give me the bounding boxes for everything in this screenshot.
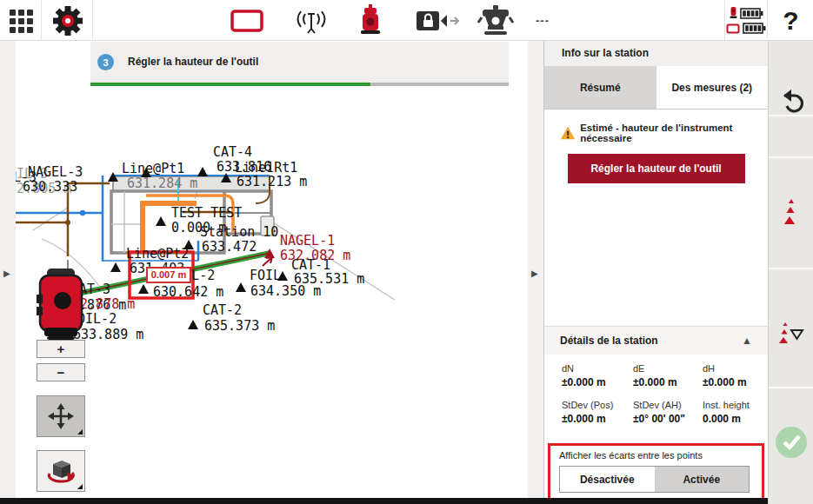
map-point-marker[interactable] [110, 262, 121, 272]
right-action-rail [768, 41, 813, 504]
details-header: Détails de la station ▲ [544, 326, 768, 355]
triangles-nabla-icon [776, 319, 806, 350]
map-point-value: 633.472 [202, 239, 257, 255]
map-point-marker[interactable] [236, 282, 246, 292]
camera-lock-icon [416, 9, 463, 33]
right-panel-strip: ▶ [528, 41, 543, 504]
tab-resume[interactable]: Résumé [544, 66, 656, 109]
settings-button[interactable] [43, 0, 93, 41]
map-point-marker[interactable] [188, 320, 198, 329]
map-point-label: CAT-4 [213, 144, 252, 160]
details-fields: dN ±0.000 m dE ±0.000 m dH ±0.000 m StDe… [544, 355, 768, 425]
map-point-marker[interactable] [197, 167, 208, 176]
map-point-value: 630.642 m [153, 284, 223, 300]
confirm-button[interactable] [769, 425, 813, 460]
map-point-value: 635.373 m [204, 318, 275, 334]
instrument-status-button[interactable] [355, 0, 386, 41]
map-point-value: 631.213 m [237, 174, 307, 189]
map-view[interactable]: FOIL-3632.805 mL-3NAGEL-3630.333Line@Pt1… [16, 41, 528, 504]
stacked-triangles-icon [780, 197, 803, 229]
cad-map: FOIL-3632.805 mL-3NAGEL-3630.333Line@Pt1… [16, 46, 528, 504]
collapse-icon[interactable]: ▲ [742, 335, 752, 347]
map-point-value: 630.333 [23, 179, 77, 195]
field-dn: dN ±0.000 m [562, 363, 633, 388]
rotate-3d-button[interactable] [37, 450, 85, 492]
map-point-label: TEST TEST [171, 205, 242, 221]
status-dashes: --- [525, 0, 560, 41]
check-circle-icon [774, 425, 809, 460]
step-number-badge: 3 [97, 54, 114, 70]
undo-icon [776, 88, 806, 114]
field-stdev-pos: StDev (Pos) ±0.000 m [562, 400, 633, 425]
map-point-label: Line@Pt1 [122, 161, 184, 176]
station-info-panel: Info sur la station Résumé Des mesures (… [543, 41, 768, 504]
prism-target-button[interactable] [476, 0, 515, 41]
bottom-bar [0, 498, 768, 504]
map-point-label: FOIL [250, 268, 281, 283]
warning-icon [560, 125, 576, 141]
delta-tooltip: 0.007 m [147, 268, 190, 282]
gear-icon [50, 3, 85, 38]
map-point-label: NAGEL-3 [28, 164, 83, 180]
toggle-off-option[interactable]: Désactivée [560, 467, 655, 492]
left-panel-strip: ▶ [0, 41, 16, 504]
map-point-label: NAGEL-1 [280, 233, 335, 249]
panel-title: Info sur la station [544, 41, 768, 66]
camera-lock-button[interactable] [412, 0, 466, 41]
antenna-icon [291, 7, 331, 35]
toggle-on-option[interactable]: Activée [655, 467, 750, 492]
zoom-in-button[interactable]: + [37, 340, 85, 358]
instrument-mini-icon [730, 7, 737, 19]
field-inst-height: Inst. height 0.000 m [703, 400, 768, 425]
instrument-battery [730, 7, 763, 19]
wizard-progress-fill [90, 83, 370, 86]
show-deltas-label: Afficher les écarts entre les points [559, 450, 750, 461]
details-title: Détails de la station [560, 335, 658, 347]
field-stdev-ah: StDev (AH) ±0° 00' 00" [633, 400, 703, 425]
zoom-out-button[interactable]: − [37, 363, 85, 381]
step-title: Régler la hauteur de l'outil [128, 56, 258, 68]
help-button[interactable]: ? [769, 0, 813, 41]
map-point-value: 634.350 m [250, 283, 321, 299]
tab-measures[interactable]: Des mesures (2) [656, 66, 769, 109]
show-deltas-highlight-section: Afficher les écarts entre les points Dés… [548, 443, 764, 504]
tablet-display-button[interactable] [224, 0, 270, 41]
map-point-marker[interactable] [156, 216, 166, 226]
battery-icon [740, 8, 763, 19]
wizard-step-banner: 3 Régler la hauteur de l'outil [90, 42, 509, 83]
delta-tooltip-value: 0.007 m [151, 269, 187, 280]
apps-grid-icon [7, 7, 35, 35]
set-instrument-height-button[interactable]: Régler la hauteur de l'outil [568, 154, 745, 183]
map-point-label: Station 10 [200, 224, 278, 240]
pan-mode-button[interactable] [37, 395, 85, 437]
map-point-marker[interactable] [138, 284, 149, 294]
expand-right-panel-arrow[interactable]: ▶ [531, 269, 538, 278]
warning-row: Estimé - hauteur de l'instrument nécessa… [560, 123, 768, 143]
panel-tabs: Résumé Des mesures (2) [544, 66, 768, 109]
field-dh: dH ±0.000 m [703, 363, 768, 388]
undo-button[interactable] [769, 88, 813, 114]
expand-left-panel-arrow[interactable]: ▶ [3, 269, 10, 278]
pan-arrows-icon [48, 403, 74, 429]
map-point-value: 631.284 m [127, 176, 197, 191]
station-instrument-icon [37, 260, 82, 342]
tablet-icon [230, 9, 264, 33]
map-point-label: Line@Pt2 [126, 246, 189, 262]
top-toolbar: --- ? [0, 0, 813, 41]
battery-status [724, 0, 768, 41]
wizard-progress-bar [90, 83, 509, 86]
warning-text: Estimé - hauteur de l'instrument nécessa… [580, 123, 768, 143]
target-points-button[interactable] [769, 197, 813, 229]
controller-battery [726, 23, 766, 34]
map-point-label: CAT-2 [203, 302, 242, 318]
prism-icon [476, 5, 515, 36]
point-filter-button[interactable] [769, 319, 813, 350]
radio-connection-button[interactable] [289, 0, 334, 41]
total-station-icon [357, 4, 383, 37]
tablet-mini-icon [726, 23, 740, 34]
station-details-section: Détails de la station ▲ dN ±0.000 m dE ±… [544, 326, 768, 425]
field-de: dE ±0.000 m [633, 363, 703, 388]
show-deltas-toggle: Désactivée Activée [559, 466, 750, 493]
apps-grid-button[interactable] [0, 0, 42, 41]
nagel1-pointer [263, 257, 272, 266]
